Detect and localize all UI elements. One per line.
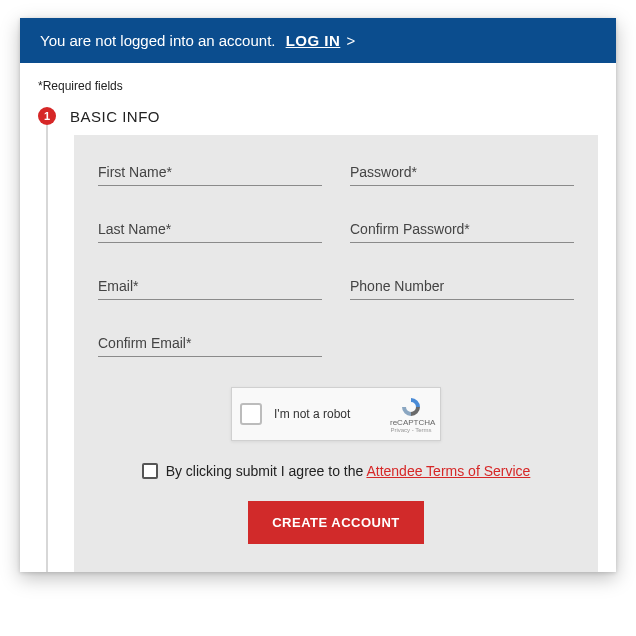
recaptcha-label: I'm not a robot bbox=[274, 407, 390, 421]
step-progress-line bbox=[38, 135, 74, 572]
submit-row: CREATE ACCOUNT bbox=[98, 501, 574, 544]
agree-row: By clicking submit I agree to the Attend… bbox=[98, 463, 574, 479]
confirm-email-field bbox=[98, 334, 322, 357]
step-number-badge: 1 bbox=[38, 107, 56, 125]
last-name-field bbox=[98, 220, 322, 243]
step-header: 1 BASIC INFO bbox=[38, 107, 598, 125]
last-name-input[interactable] bbox=[98, 221, 322, 237]
required-fields-note: *Required fields bbox=[38, 79, 598, 93]
field-grid bbox=[98, 163, 574, 357]
login-link[interactable]: LOG IN bbox=[286, 32, 341, 49]
recaptcha-widget[interactable]: I'm not a robot reCAPTCHA Privacy - Term… bbox=[231, 387, 441, 441]
email-field bbox=[98, 277, 322, 300]
content-area: *Required fields 1 BASIC INFO bbox=[20, 63, 616, 572]
email-input[interactable] bbox=[98, 278, 322, 294]
confirm-password-input[interactable] bbox=[350, 221, 574, 237]
form-panel: I'm not a robot reCAPTCHA Privacy - Term… bbox=[74, 135, 598, 572]
recaptcha-icon bbox=[398, 396, 424, 418]
create-account-button[interactable]: CREATE ACCOUNT bbox=[248, 501, 424, 544]
step-title: BASIC INFO bbox=[70, 108, 160, 125]
confirm-password-field bbox=[350, 220, 574, 243]
step-body: I'm not a robot reCAPTCHA Privacy - Term… bbox=[38, 135, 598, 572]
password-input[interactable] bbox=[350, 164, 574, 180]
banner-message: You are not logged into an account. bbox=[40, 32, 275, 49]
recaptcha-legal: Privacy - Terms bbox=[390, 427, 432, 433]
recaptcha-brand: reCAPTCHA bbox=[390, 418, 432, 427]
chevron-right-icon: > bbox=[346, 32, 355, 49]
recaptcha-checkbox[interactable] bbox=[240, 403, 262, 425]
registration-card: You are not logged into an account. LOG … bbox=[20, 18, 616, 572]
first-name-field bbox=[98, 163, 322, 186]
agree-checkbox[interactable] bbox=[142, 463, 158, 479]
password-field bbox=[350, 163, 574, 186]
phone-input[interactable] bbox=[350, 278, 574, 294]
confirm-email-input[interactable] bbox=[98, 335, 322, 351]
agree-text: By clicking submit I agree to the Attend… bbox=[166, 463, 531, 479]
first-name-input[interactable] bbox=[98, 164, 322, 180]
phone-field bbox=[350, 277, 574, 300]
tos-link[interactable]: Attendee Terms of Service bbox=[366, 463, 530, 479]
agree-prefix: By clicking submit I agree to the bbox=[166, 463, 367, 479]
login-banner: You are not logged into an account. LOG … bbox=[20, 18, 616, 63]
recaptcha-logo: reCAPTCHA Privacy - Terms bbox=[390, 396, 432, 433]
